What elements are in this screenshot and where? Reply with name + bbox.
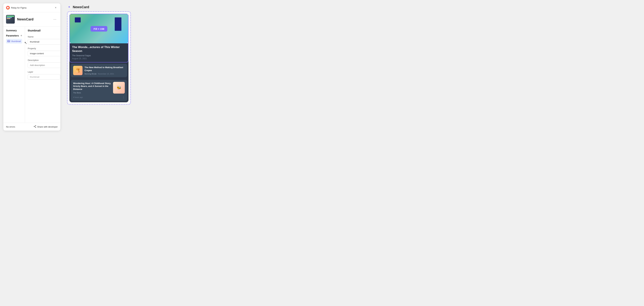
svg-point-9	[34, 126, 34, 127]
svg-line-11	[34, 126, 36, 126]
window-2	[115, 17, 122, 26]
layer-input[interactable]	[28, 74, 60, 80]
parameters-label: Parameters	[6, 34, 19, 37]
fill-badge: Fill × 158	[90, 26, 107, 31]
corner-handle-tl[interactable]	[70, 14, 70, 15]
thumb-bar-2	[7, 17, 12, 18]
share-icon	[34, 125, 36, 128]
thumb-bar-3	[7, 18, 10, 19]
component-name: NewsCard	[17, 17, 52, 21]
corner-handle-tr[interactable]	[127, 14, 128, 15]
list-meta-bee: The Bees	[73, 92, 111, 94]
property-select-wrapper: image-content ▾	[28, 51, 60, 56]
list-thumb-bee: 🐝	[113, 82, 125, 94]
list-thumb-crepes: 🥞	[73, 66, 82, 75]
svg-point-8	[35, 125, 36, 126]
share-with-developer-button[interactable]: Share with developer	[34, 125, 58, 128]
summary-section-title: Summary	[6, 29, 22, 32]
hero-source: The Seasonal Sagas	[72, 54, 126, 57]
list-item-bee: Wondering Hour: A Childhood Story, Grizz…	[71, 80, 127, 101]
bee-emoji: 🐝	[117, 86, 121, 90]
long-item-top: Wondering Hour: A Childhood Story, Grizz…	[73, 82, 125, 94]
relay-logo-icon	[6, 6, 10, 9]
newscard-container: Fill × 158 The Wonde...ectures of This W…	[67, 11, 131, 105]
name-row: Name	[28, 35, 60, 44]
corner-handle-br[interactable]	[127, 42, 128, 43]
name-label: Name	[28, 35, 60, 38]
layer-input-row	[28, 74, 60, 80]
right-panel-title: NewsCard	[73, 5, 89, 9]
left-column: Summary Parameters + thumbnail ↖	[3, 26, 25, 123]
time-ago-label: 4 hours ago	[73, 96, 83, 98]
parameter-label: thumbnail	[12, 40, 21, 42]
list-title-crepes: The New Method to Making Breakfast Crepe…	[84, 66, 125, 72]
panel-footer: No errors Share with developer	[3, 123, 60, 131]
svg-line-12	[34, 127, 36, 127]
right-panel-header: ✦ NewsCard	[67, 5, 639, 9]
component-badge-icon: ✦	[67, 5, 71, 9]
hero-image-bg: Fill × 158	[70, 14, 128, 43]
property-label: Property	[28, 47, 60, 50]
long-item-footer: 4 hours ago ⋮	[73, 95, 125, 99]
list-item-crepes: 🥞 The New Method to Making Breakfast Cre…	[71, 64, 127, 77]
description-input[interactable]	[28, 62, 60, 68]
window-3	[115, 25, 122, 31]
hero-card: Fill × 158 The Wonde...ectures of This W…	[70, 14, 128, 62]
window-1	[75, 17, 81, 22]
hero-date: August 25, 2021	[72, 57, 126, 60]
param-detail-header: thumbnail 🗑	[28, 29, 60, 32]
list-source-crepes: Morning Break	[84, 73, 96, 75]
right-column: thumbnail 🗑 Name Property image-content …	[25, 26, 60, 123]
corner-handle-bl[interactable]	[70, 42, 70, 43]
share-label: Share with developer	[37, 126, 58, 128]
panel-header: Relay for Figma ×	[3, 3, 60, 12]
layer-label: Layer	[28, 71, 60, 73]
name-input[interactable]	[28, 39, 60, 44]
app-title: Relay for Figma	[11, 6, 26, 9]
list-content-bee: Wondering Hour: A Childhood Story, Grizz…	[73, 82, 111, 94]
thumb-bar-1	[7, 15, 14, 17]
property-select[interactable]: image-content	[28, 51, 60, 56]
right-panel: ✦ NewsCard Fill × 158	[66, 3, 641, 106]
hero-content: The Wonde...ectures of This Winter Seaso…	[70, 43, 128, 62]
list-thumb-crepes-img: 🥞	[73, 66, 82, 75]
panel-body: Summary Parameters + thumbnail ↖ thumbna…	[3, 26, 60, 123]
hero-image: Fill × 158	[70, 14, 128, 43]
no-errors-label: No errors	[6, 126, 15, 128]
more-options-card3-button[interactable]: ⋮	[122, 96, 125, 99]
panel-header-left: Relay for Figma	[6, 6, 26, 9]
property-row: Property image-content ▾	[28, 47, 60, 56]
svg-point-10	[35, 127, 36, 128]
svg-rect-0	[8, 40, 10, 42]
list-title-bee: Wondering Hour: A Childhood Story, Grizz…	[73, 82, 111, 91]
hero-title: The Wonde...ectures of This Winter Seaso…	[72, 45, 126, 53]
left-panel: Relay for Figma × NewsCard ⋯ Summary Par…	[3, 3, 60, 131]
thumb-inner	[6, 15, 15, 24]
more-options-button[interactable]: ⋯	[52, 17, 58, 22]
list-date-crepes: November 10, 2021	[98, 73, 114, 75]
description-label: Description	[28, 59, 60, 61]
parameters-header: Parameters +	[6, 34, 22, 37]
add-parameter-button[interactable]: +	[20, 34, 22, 37]
list-source-bee: The Bees	[73, 92, 81, 94]
close-button[interactable]: ×	[54, 6, 58, 10]
param-detail-title: thumbnail	[28, 29, 40, 32]
component-info: NewsCard ⋯	[3, 12, 60, 26]
list-thumb-bee-img: 🐝	[113, 82, 125, 94]
list-content-crepes: The New Method to Making Breakfast Crepe…	[84, 66, 125, 75]
layer-row: Layer	[28, 71, 60, 80]
description-row: Description	[28, 59, 60, 68]
parameter-item-thumbnail[interactable]: thumbnail ↖	[6, 39, 22, 43]
image-icon	[8, 40, 10, 42]
news-card: Fill × 158 The Wonde...ectures of This W…	[70, 14, 128, 102]
component-thumbnail	[6, 15, 15, 24]
crepes-emoji: 🥞	[76, 68, 80, 73]
list-meta-crepes: Morning Break November 10, 2021	[84, 73, 125, 75]
